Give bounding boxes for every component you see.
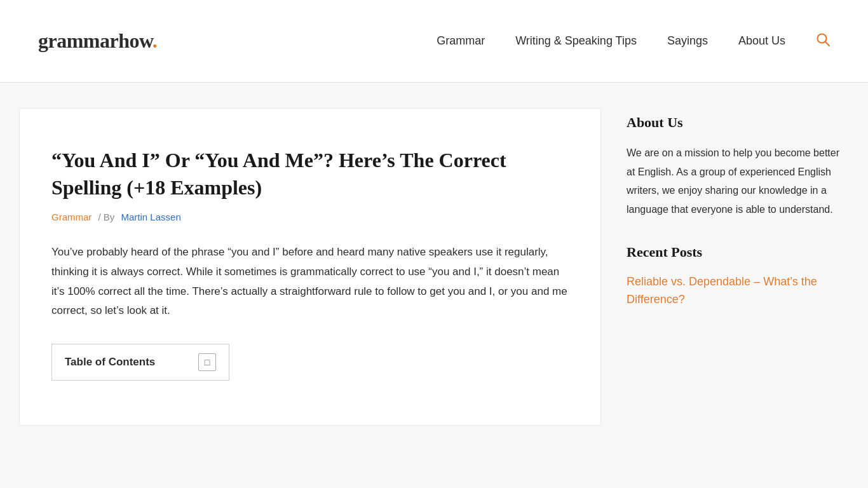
article-intro: You’ve probably heard of the phrase “you… xyxy=(51,243,569,320)
toc-header: Table of Contents □ xyxy=(65,353,216,371)
sidebar-recent-posts-section: Recent Posts Reliable vs. Dependable – W… xyxy=(627,244,843,309)
sidebar-recent-post-link[interactable]: Reliable vs. Dependable – What’s the Dif… xyxy=(627,273,843,309)
article-card: “You And I” Or “You And Me”? Here’s The … xyxy=(19,108,601,426)
article-title: “You And I” Or “You And Me”? Here’s The … xyxy=(51,147,569,201)
article-category[interactable]: Grammar xyxy=(51,212,92,222)
logo-dot: . xyxy=(153,29,158,52)
page-wrapper: “You And I” Or “You And Me”? Here’s The … xyxy=(0,83,868,451)
toc-toggle-icon: □ xyxy=(205,357,210,367)
article-meta: Grammar / By Martin Lassen xyxy=(51,212,569,222)
toc-title: Table of Contents xyxy=(65,356,155,369)
sidebar-about-section: About Us We are on a mission to help you… xyxy=(627,114,843,219)
sidebar: About Us We are on a mission to help you… xyxy=(627,108,843,334)
nav-item-about[interactable]: About Us xyxy=(738,34,785,48)
svg-line-1 xyxy=(825,41,829,45)
main-nav: Grammar Writing & Speaking Tips Sayings … xyxy=(437,32,830,50)
sidebar-about-text: We are on a mission to help you become b… xyxy=(627,144,843,219)
sidebar-recent-posts-heading: Recent Posts xyxy=(627,244,843,261)
logo-text: grammarhow xyxy=(38,29,153,52)
article-author[interactable]: Martin Lassen xyxy=(121,212,181,222)
sidebar-about-heading: About Us xyxy=(627,114,843,131)
nav-item-writing[interactable]: Writing & Speaking Tips xyxy=(515,34,637,48)
site-header: grammarhow. Grammar Writing & Speaking T… xyxy=(0,0,868,83)
search-icon[interactable] xyxy=(816,32,830,50)
meta-separator: / By xyxy=(98,212,115,222)
nav-item-sayings[interactable]: Sayings xyxy=(667,34,708,48)
nav-item-grammar[interactable]: Grammar xyxy=(437,34,485,48)
table-of-contents-box: Table of Contents □ xyxy=(51,344,229,381)
toc-toggle-button[interactable]: □ xyxy=(198,353,216,371)
site-logo[interactable]: grammarhow. xyxy=(38,29,157,53)
